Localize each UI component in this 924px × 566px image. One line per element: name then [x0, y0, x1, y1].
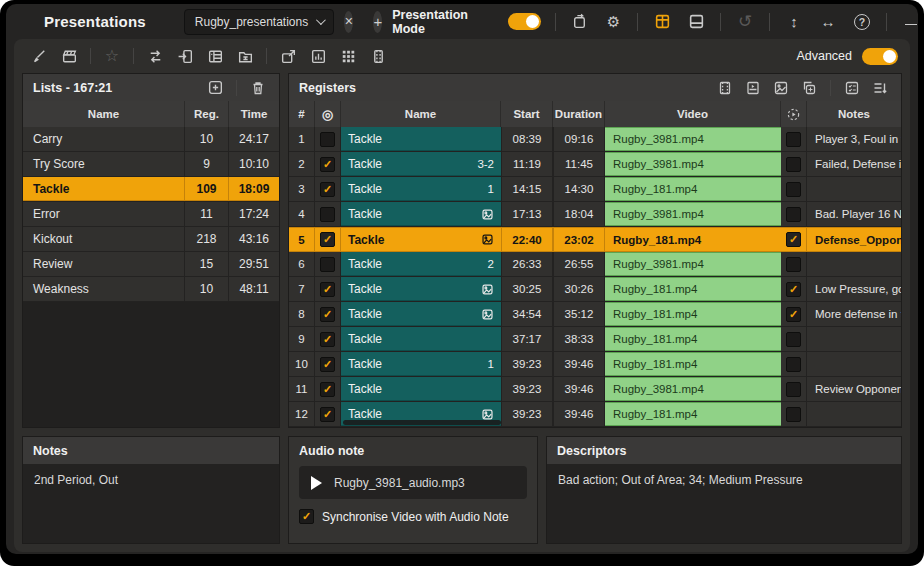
- register-name-cell[interactable]: Tackle3-2: [341, 152, 501, 176]
- play-audio-button[interactable]: [311, 476, 322, 490]
- export-window-icon[interactable]: [275, 45, 301, 67]
- descriptors-content[interactable]: Bad action; Out of Area; 34; Medium Pres…: [547, 464, 901, 543]
- film-strip-icon[interactable]: [714, 78, 736, 97]
- column-header[interactable]: Name: [23, 101, 185, 127]
- flag-checkbox[interactable]: [786, 307, 801, 322]
- register-name-cell[interactable]: Tackle: [341, 127, 501, 151]
- advanced-toggle[interactable]: [862, 48, 898, 65]
- clapperboard-icon[interactable]: [56, 45, 82, 67]
- flag-checkbox[interactable]: [786, 132, 801, 147]
- register-name-cell[interactable]: Tackle1: [341, 352, 501, 376]
- register-name-cell[interactable]: Tackle: [341, 202, 501, 226]
- column-header-start[interactable]: Start: [501, 101, 553, 127]
- list-row[interactable]: Error1117:24: [23, 202, 279, 227]
- film-notes-icon[interactable]: [365, 45, 391, 67]
- checklist-icon[interactable]: [841, 78, 863, 97]
- transfer-icon[interactable]: [142, 45, 168, 67]
- minimize-button[interactable]: [901, 11, 918, 33]
- register-row[interactable]: 9Tackle37:1738:33Rugby_181.mp4: [289, 327, 901, 352]
- help-icon[interactable]: ?: [852, 11, 872, 33]
- column-header[interactable]: Reg.: [185, 101, 229, 127]
- column-header-name[interactable]: Name: [341, 101, 501, 127]
- list-row[interactable]: Review1529:51: [23, 252, 279, 277]
- register-row[interactable]: 11Tackle39:2339:46Rugby_3981.mp4Review O…: [289, 377, 901, 402]
- list-row[interactable]: Kickout21843:16: [23, 227, 279, 252]
- close-preset-button[interactable]: ✕: [344, 11, 353, 33]
- list-row[interactable]: Try Score910:10: [23, 152, 279, 177]
- brush-icon[interactable]: [26, 45, 52, 67]
- register-row[interactable]: 1Tackle08:3909:16Rugby_3981.mp4Player 3,…: [289, 127, 901, 152]
- play-circle-icon[interactable]: [781, 101, 807, 127]
- resize-vertical-icon[interactable]: ↕: [784, 11, 804, 33]
- register-row[interactable]: 5Tackle22:4023:02Rugby_181.mp4Defense_Op…: [289, 227, 901, 252]
- flag-checkbox[interactable]: [786, 407, 801, 422]
- watched-checkbox[interactable]: [320, 232, 335, 247]
- watched-checkbox[interactable]: [320, 332, 335, 347]
- column-header-notes[interactable]: Notes: [807, 101, 901, 127]
- register-name-cell[interactable]: Tackle1: [341, 177, 501, 201]
- eye-column-icon[interactable]: ◎: [315, 101, 341, 127]
- watched-checkbox[interactable]: [320, 407, 335, 422]
- register-video[interactable]: Rugby_3981.mp4: [605, 202, 781, 226]
- notes-content[interactable]: 2nd Period, Out: [23, 464, 279, 543]
- register-video[interactable]: Rugby_181.mp4: [605, 327, 781, 351]
- watched-checkbox[interactable]: [320, 132, 335, 147]
- image-export-icon[interactable]: [770, 78, 792, 97]
- register-name-cell[interactable]: Tackle: [341, 327, 501, 351]
- copy-clip-icon[interactable]: [798, 78, 820, 97]
- delete-list-icon[interactable]: [247, 78, 269, 97]
- flag-checkbox[interactable]: [786, 257, 801, 272]
- register-name-cell[interactable]: Tackle2: [341, 252, 501, 276]
- register-row[interactable]: 3Tackle114:1514:30Rugby_181.mp4: [289, 177, 901, 202]
- register-video[interactable]: Rugby_181.mp4: [605, 352, 781, 376]
- register-video[interactable]: Rugby_3981.mp4: [605, 377, 781, 401]
- sort-list-icon[interactable]: [869, 78, 891, 97]
- flag-checkbox[interactable]: [786, 357, 801, 372]
- column-header-video[interactable]: Video: [605, 101, 781, 127]
- register-video[interactable]: Rugby_181.mp4: [605, 402, 781, 426]
- list-row[interactable]: Carry1024:17: [23, 127, 279, 152]
- list-row[interactable]: Weakness1048:11: [23, 277, 279, 302]
- register-video[interactable]: Rugby_181.mp4: [605, 302, 781, 326]
- watched-checkbox[interactable]: [320, 157, 335, 172]
- watched-checkbox[interactable]: [320, 307, 335, 322]
- register-row[interactable]: 2Tackle3-211:1911:45Rugby_3981.mp4Failed…: [289, 152, 901, 177]
- preset-dropdown[interactable]: Rugby_presentations: [184, 9, 334, 35]
- register-video[interactable]: Rugby_3981.mp4: [605, 152, 781, 176]
- register-video[interactable]: Rugby_181.mp4: [605, 177, 781, 201]
- flag-checkbox[interactable]: [786, 282, 801, 297]
- add-list-icon[interactable]: [204, 78, 226, 97]
- watched-checkbox[interactable]: [320, 182, 335, 197]
- folder-grid-icon[interactable]: [232, 45, 258, 67]
- column-header-num[interactable]: #: [289, 101, 315, 127]
- resize-horizontal-icon[interactable]: ↔: [818, 11, 838, 33]
- register-name-cell[interactable]: Tackle: [341, 302, 501, 326]
- register-name-cell[interactable]: Tackle: [341, 277, 501, 301]
- presentation-mode-toggle[interactable]: [508, 13, 541, 30]
- chart-window-icon[interactable]: [305, 45, 331, 67]
- import-icon[interactable]: [172, 45, 198, 67]
- register-row[interactable]: 7Tackle30:2530:26Rugby_181.mp4Low Pressu…: [289, 277, 901, 302]
- register-video[interactable]: Rugby_3981.mp4: [605, 252, 781, 276]
- flag-checkbox[interactable]: [786, 232, 801, 247]
- watched-checkbox[interactable]: [320, 207, 335, 222]
- grid-dots-icon[interactable]: [335, 45, 361, 67]
- register-video[interactable]: Rugby_181.mp4: [605, 228, 781, 251]
- register-row[interactable]: 4Tackle17:1318:04Rugby_3981.mp4Bad. Play…: [289, 202, 901, 227]
- table-list-icon[interactable]: [202, 45, 228, 67]
- register-name-cell[interactable]: Tackle: [341, 228, 501, 251]
- layout-bottom-icon[interactable]: [686, 11, 706, 33]
- watched-checkbox[interactable]: [320, 382, 335, 397]
- column-header-duration[interactable]: Duration: [553, 101, 605, 127]
- sync-checkbox[interactable]: [299, 509, 314, 524]
- layout-columns-icon[interactable]: [652, 11, 672, 33]
- register-video[interactable]: Rugby_181.mp4: [605, 277, 781, 301]
- column-header[interactable]: Time: [229, 101, 279, 127]
- watched-checkbox[interactable]: [320, 257, 335, 272]
- register-video[interactable]: Rugby_3981.mp4: [605, 127, 781, 151]
- video-file-icon[interactable]: [742, 78, 764, 97]
- flag-checkbox[interactable]: [786, 207, 801, 222]
- register-row[interactable]: 10Tackle139:2339:46Rugby_181.mp4: [289, 352, 901, 377]
- watched-checkbox[interactable]: [320, 357, 335, 372]
- horizontal-scrollbar[interactable]: [343, 420, 501, 425]
